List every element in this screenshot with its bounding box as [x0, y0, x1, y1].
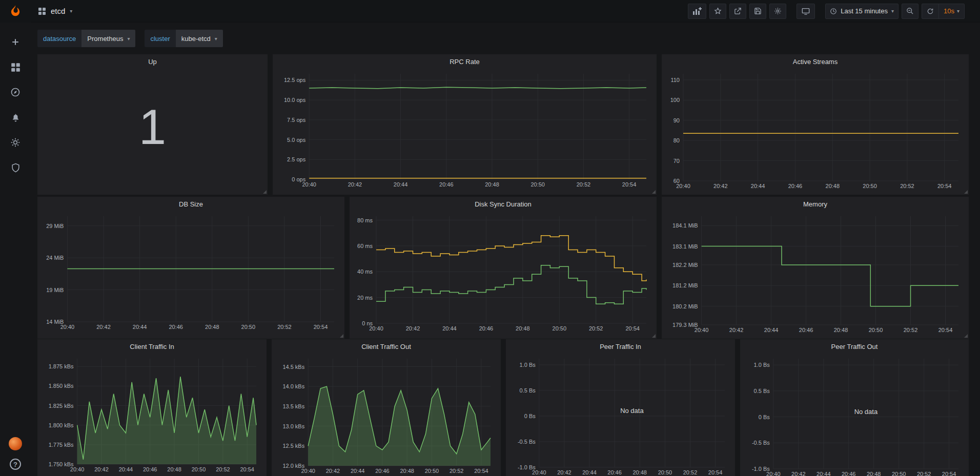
- dashboards-icon[interactable]: [9, 61, 22, 73]
- svg-text:20:54: 20:54: [474, 468, 488, 474]
- panel-memory: Memory 20:4020:4220:4420:4620:4820:5020:…: [662, 197, 969, 339]
- svg-text:10.0 ops: 10.0 ops: [284, 97, 306, 103]
- clock-icon: [830, 8, 837, 15]
- svg-text:20:50: 20:50: [192, 466, 206, 472]
- grafana-logo[interactable]: [0, 0, 31, 23]
- stat-value-up: 1: [37, 69, 268, 195]
- svg-text:20:50: 20:50: [530, 181, 545, 188]
- svg-text:20:42: 20:42: [326, 468, 340, 474]
- refresh-button[interactable]: [922, 4, 938, 18]
- svg-text:90: 90: [673, 117, 680, 123]
- panel-title[interactable]: Peer Traffic Out: [740, 339, 969, 354]
- svg-text:No data: No data: [854, 408, 878, 416]
- panel-resize-handle[interactable]: [652, 334, 656, 338]
- panel-resize-handle[interactable]: [652, 190, 656, 194]
- panel-title[interactable]: RPC Rate: [273, 54, 657, 69]
- dashboard-settings-button[interactable]: [769, 4, 786, 19]
- rpc-rate-chart[interactable]: 20:4020:4220:4420:4620:4820:5020:5220:54…: [277, 70, 652, 193]
- svg-text:-1.0 Bs: -1.0 Bs: [752, 466, 770, 472]
- active-streams-chart[interactable]: 20:4020:4220:4420:4620:4820:5020:5220:54…: [666, 70, 965, 193]
- svg-text:20:48: 20:48: [834, 327, 848, 333]
- svg-text:20:46: 20:46: [169, 324, 183, 330]
- panel-client-traffic-out: Client Traffic Out 20:4020:4220:4420:462…: [272, 339, 501, 476]
- zoom-out-button[interactable]: [902, 4, 918, 19]
- panel-resize-handle[interactable]: [263, 190, 267, 194]
- panel-title[interactable]: Up: [37, 54, 268, 69]
- svg-text:12.0 kBs: 12.0 kBs: [282, 463, 304, 469]
- svg-text:20:50: 20:50: [658, 469, 672, 475]
- svg-text:-0.5 Bs: -0.5 Bs: [518, 439, 536, 445]
- share-button[interactable]: [729, 4, 746, 19]
- sidebar-menu: [9, 36, 22, 174]
- dashboard-grid-icon[interactable]: [38, 7, 46, 15]
- svg-text:20:46: 20:46: [842, 471, 856, 476]
- svg-text:20:46: 20:46: [799, 327, 813, 333]
- panel-resize-handle[interactable]: [964, 190, 968, 194]
- variable-select-datasource[interactable]: Prometheus ▾: [81, 30, 135, 47]
- star-button[interactable]: [709, 4, 726, 19]
- svg-text:20:50: 20:50: [241, 324, 256, 330]
- panel-title[interactable]: Disk Sync Duration: [350, 197, 657, 211]
- svg-text:40 ms: 40 ms: [357, 268, 373, 275]
- refresh-interval-picker[interactable]: 10s ▾: [938, 4, 964, 18]
- svg-text:20:42: 20:42: [729, 327, 744, 333]
- dashboard-grid: Up 1 RPC Rate 20:4020:4220:4420:4620:482…: [31, 54, 980, 476]
- svg-text:20:48: 20:48: [826, 183, 840, 189]
- disk-sync-duration-chart[interactable]: 20:4020:4220:4420:4620:4820:5020:5220:54…: [354, 212, 652, 337]
- svg-text:12.5 kBs: 12.5 kBs: [282, 443, 304, 449]
- memory-chart[interactable]: 20:4020:4220:4420:4620:4820:5020:5220:54…: [666, 212, 965, 337]
- svg-text:5.0 ops: 5.0 ops: [287, 137, 306, 143]
- variable-label-cluster: cluster: [145, 30, 175, 47]
- panel-resize-handle[interactable]: [964, 334, 968, 338]
- svg-text:19 MiB: 19 MiB: [46, 287, 64, 293]
- peer-traffic-in-chart[interactable]: 20:4020:4220:4420:4620:4820:5020:5220:54…: [510, 355, 731, 476]
- panel-title[interactable]: Memory: [662, 197, 969, 211]
- variable-select-cluster[interactable]: kube-etcd ▾: [176, 30, 223, 47]
- chevron-down-icon: ▾: [70, 8, 72, 14]
- save-button[interactable]: [749, 4, 766, 19]
- db-size-chart[interactable]: 20:4020:4220:4420:4620:4820:5020:5220:54…: [42, 212, 340, 337]
- panel-active-streams: Active Streams 20:4020:4220:4420:4620:48…: [662, 54, 969, 195]
- panel-title[interactable]: Client Traffic Out: [272, 339, 501, 354]
- server-admin-shield-icon[interactable]: [9, 161, 22, 174]
- add-panel-button[interactable]: [688, 4, 706, 19]
- svg-text:20:44: 20:44: [394, 181, 408, 188]
- client-traffic-out-chart[interactable]: 20:4020:4220:4420:4620:4820:5020:5220:54…: [276, 355, 497, 476]
- svg-text:0 ns: 0 ns: [362, 320, 373, 326]
- panel-title[interactable]: Active Streams: [662, 54, 969, 69]
- configuration-gear-icon[interactable]: [9, 136, 22, 149]
- svg-text:20:52: 20:52: [450, 468, 464, 474]
- save-icon: [754, 7, 762, 15]
- cycle-view-button[interactable]: [797, 4, 815, 19]
- tv-icon: [801, 7, 810, 15]
- svg-text:60 ms: 60 ms: [357, 243, 373, 249]
- svg-text:0 Bs: 0 Bs: [524, 413, 536, 419]
- svg-text:20:48: 20:48: [867, 471, 881, 476]
- svg-text:20:50: 20:50: [869, 327, 883, 333]
- panel-title[interactable]: Client Traffic In: [37, 339, 267, 354]
- help-icon[interactable]: ?: [10, 459, 21, 470]
- dashboard-title[interactable]: etcd: [51, 7, 65, 15]
- alerting-bell-icon[interactable]: [9, 111, 22, 123]
- svg-text:20:44: 20:44: [442, 325, 457, 332]
- peer-traffic-out-chart[interactable]: 20:4020:4220:4420:4620:4820:5020:5220:54…: [744, 355, 965, 476]
- svg-text:No data: No data: [620, 407, 644, 415]
- svg-text:0.5 Bs: 0.5 Bs: [520, 387, 536, 394]
- explore-icon[interactable]: [9, 86, 22, 98]
- variable-datasource: datasource Prometheus ▾: [37, 30, 135, 47]
- create-icon[interactable]: [9, 36, 22, 48]
- panel-title[interactable]: Peer Traffic In: [506, 339, 735, 354]
- svg-text:180.2 MiB: 180.2 MiB: [672, 303, 698, 309]
- client-traffic-in-chart[interactable]: 20:4020:4220:4420:4620:4820:5020:5220:54…: [42, 355, 262, 476]
- time-range-picker[interactable]: Last 15 minutes ▾: [825, 4, 899, 19]
- svg-text:0 Bs: 0 Bs: [759, 414, 770, 420]
- panel-resize-handle[interactable]: [340, 334, 343, 338]
- svg-text:181.2 MiB: 181.2 MiB: [672, 282, 698, 288]
- panel-title[interactable]: DB Size: [37, 197, 344, 211]
- svg-text:-0.5 Bs: -0.5 Bs: [752, 440, 770, 446]
- svg-text:7.5 ops: 7.5 ops: [287, 117, 306, 123]
- svg-text:183.1 MiB: 183.1 MiB: [672, 243, 698, 250]
- user-avatar[interactable]: [9, 437, 22, 450]
- svg-text:1.800 kBs: 1.800 kBs: [49, 422, 74, 428]
- refresh-controls: 10s ▾: [922, 4, 965, 19]
